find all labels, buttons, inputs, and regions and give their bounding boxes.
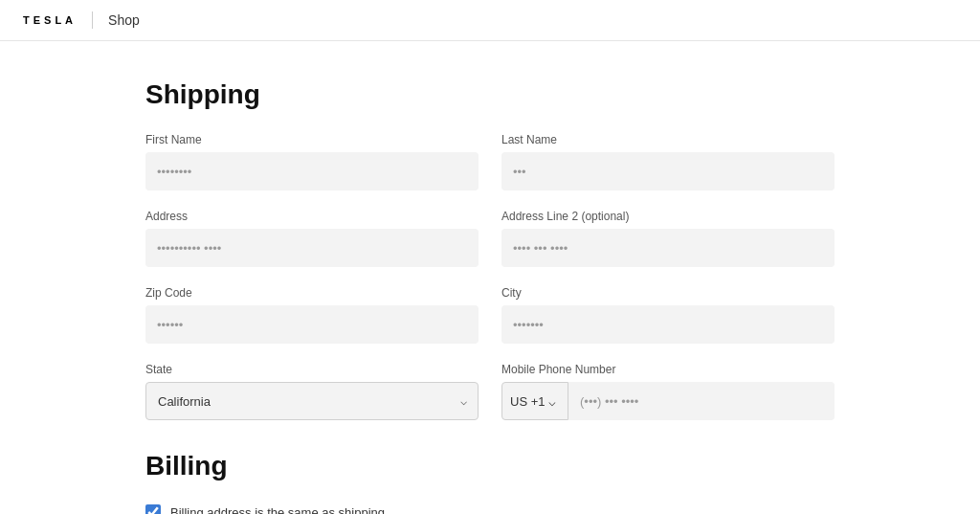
address-group: Address [145, 210, 479, 267]
city-group: City [501, 286, 835, 344]
billing-section: Billing Billing address is the same as s… [145, 451, 835, 514]
header-divider [92, 11, 93, 29]
same-as-shipping-label[interactable]: Billing address is the same as shipping [170, 505, 385, 515]
main-content: Shipping First Name Last Name Address Ad… [126, 41, 854, 514]
first-name-label: First Name [145, 133, 479, 146]
state-select-wrapper: AlabamaAlaskaArizonaArkansasCaliforniaCo… [145, 382, 479, 420]
zip-code-label: Zip Code [145, 286, 479, 300]
address-line2-input[interactable] [501, 229, 835, 267]
phone-group: Mobile Phone Number US +1 ⌵ [501, 363, 835, 420]
last-name-group: Last Name [501, 133, 835, 190]
city-label: City [501, 286, 835, 300]
first-name-group: First Name [145, 133, 479, 190]
shipping-title: Shipping [145, 79, 835, 110]
shipping-section: Shipping First Name Last Name Address Ad… [145, 79, 835, 420]
phone-country-select[interactable]: US +1 ⌵ [501, 382, 568, 420]
state-label: State [145, 363, 479, 376]
shipping-form: First Name Last Name Address Address Lin… [145, 133, 835, 420]
shop-nav-link[interactable]: Shop [108, 12, 140, 28]
tesla-logo: TESLA [23, 14, 77, 26]
address-label: Address [145, 210, 479, 223]
address-input[interactable] [145, 229, 479, 267]
same-as-shipping-checkbox[interactable] [145, 504, 161, 514]
address-line2-label: Address Line 2 (optional) [501, 210, 835, 223]
zip-code-group: Zip Code [145, 286, 479, 344]
billing-title: Billing [145, 451, 835, 481]
state-group: State AlabamaAlaskaArizonaArkansasCalifo… [145, 363, 479, 420]
phone-label: Mobile Phone Number [501, 363, 835, 376]
same-as-shipping-row: Billing address is the same as shipping [145, 504, 835, 514]
last-name-label: Last Name [501, 133, 835, 146]
header: TESLA Shop [0, 0, 980, 41]
first-name-input[interactable] [145, 152, 479, 190]
state-select[interactable]: AlabamaAlaskaArizonaArkansasCaliforniaCo… [145, 382, 479, 420]
address-line2-group: Address Line 2 (optional) [501, 210, 835, 267]
city-input[interactable] [501, 305, 835, 344]
phone-input-group: US +1 ⌵ [501, 382, 835, 420]
phone-number-input[interactable] [568, 382, 835, 420]
last-name-input[interactable] [501, 152, 835, 190]
zip-code-input[interactable] [145, 305, 479, 344]
